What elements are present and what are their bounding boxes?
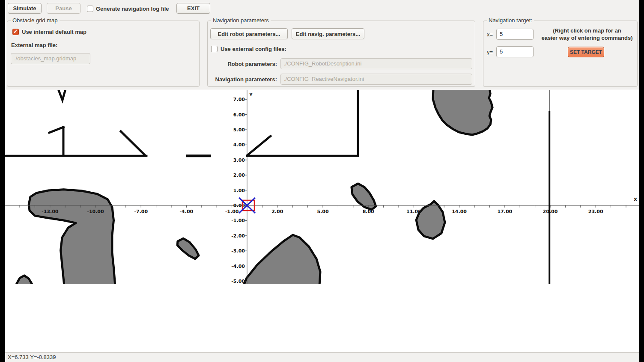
simulate-button[interactable]: Simulate xyxy=(8,3,42,14)
wall-room xyxy=(247,90,358,156)
generate-log-label: Generate navigation log file xyxy=(96,6,169,12)
obstacle-grid-map-panel: Obstacle grid map Use internal default m… xyxy=(7,21,200,87)
robot-parameters-field: ./CONFIG_RobotDescription.ini xyxy=(280,58,472,69)
wall-v-top xyxy=(58,90,65,100)
edit-navig-parameters-button[interactable]: Edit navig. parameters... xyxy=(292,28,364,39)
robot-parameters-label: Robot parameters: xyxy=(208,61,277,67)
y-tick-label: 1.00 xyxy=(233,188,245,193)
nav-panel-title: Navigation parameters xyxy=(211,17,271,24)
y-tick-label: 3.00 xyxy=(233,157,245,163)
y-tick-label: -3.00 xyxy=(231,248,245,254)
y-tick-label: 7.00 xyxy=(233,97,245,102)
use-internal-map-checkbox[interactable] xyxy=(12,29,19,35)
y-tick-label: 6.00 xyxy=(233,112,245,118)
x-tick-label: -4.00 xyxy=(180,209,194,214)
x-tick-label: 11.00 xyxy=(406,209,421,214)
y-tick-label: 0.00 xyxy=(233,203,245,208)
y-tick-label: 4.00 xyxy=(233,142,245,148)
use-internal-map-label: Use internal default map xyxy=(22,29,86,35)
y-tick-label: -2.00 xyxy=(231,233,245,239)
y-tick-label: -5.00 xyxy=(231,279,245,284)
external-map-file-field: ./obstacles_map.gridmap xyxy=(11,53,90,64)
x-axis-letter: X xyxy=(634,197,638,202)
navigation-parameters-label: Navigation parameters: xyxy=(208,76,277,83)
target-x-input[interactable]: 5 xyxy=(496,29,534,40)
right-click-hint: (Right click on map for an easier way of… xyxy=(538,27,636,42)
wall-room-diagonal xyxy=(247,136,271,155)
external-map-file-label: External map file: xyxy=(11,42,57,48)
use-external-config-label: Use external config files: xyxy=(221,46,286,52)
right-click-hint-line2: easier way of entering commands) xyxy=(538,34,636,42)
edit-robot-parameters-button[interactable]: Edit robot parameters... xyxy=(210,28,288,39)
blob-top-right xyxy=(433,90,492,135)
blob-banana-right xyxy=(352,184,376,210)
map-canvas[interactable]: -13.00-10.00-7.00-4.00-1.002.005.008.001… xyxy=(5,90,639,284)
navigation-parameters-panel: Navigation parameters Edit robot paramet… xyxy=(207,21,475,87)
x-tick-label: 5.00 xyxy=(317,209,328,214)
blob-center-triangle xyxy=(243,235,320,284)
y-axis-letter: Y xyxy=(249,92,253,98)
pause-button: Pause xyxy=(47,3,80,14)
use-external-config-checkbox[interactable] xyxy=(211,46,218,52)
navigation-parameters-field: ./CONFIG_ReactiveNavigator.ini xyxy=(280,74,472,85)
x-tick-label: -13.00 xyxy=(42,209,59,214)
blob-right-pentagon xyxy=(416,201,445,239)
map-plot-area[interactable]: -13.00-10.00-7.00-4.00-1.002.005.008.001… xyxy=(5,90,639,284)
generate-log-checkbox[interactable] xyxy=(87,6,93,12)
app-window: Simulate Pause Generate navigation log f… xyxy=(5,0,639,362)
x-tick-label: 23.00 xyxy=(588,209,603,214)
right-click-hint-line1: (Right click on map for an xyxy=(538,27,636,34)
target-panel-title: Navigation target: xyxy=(487,17,534,24)
exit-button[interactable]: EXIT xyxy=(176,3,210,14)
x-tick-label: 8.00 xyxy=(363,209,374,214)
blob-bottom-left-small xyxy=(15,276,33,284)
lower-empty-pane xyxy=(5,284,639,353)
y-tick-label: 2.00 xyxy=(233,172,245,178)
target-y-label: y= xyxy=(487,49,493,55)
target-x-label: x= xyxy=(487,31,493,38)
x-tick-label: 14.00 xyxy=(452,209,467,214)
y-tick-label: -4.00 xyxy=(231,264,245,269)
y-tick-label: -1.00 xyxy=(231,218,245,223)
target-y-input[interactable]: 5 xyxy=(496,46,534,57)
x-tick-label: 2.00 xyxy=(271,209,283,214)
blob-left-large xyxy=(29,190,115,284)
y-tick-label: 5.00 xyxy=(233,127,245,133)
navigation-target-panel: Navigation target: x= 5 y= 5 (Right clic… xyxy=(483,21,638,87)
wall-left-diagonal xyxy=(121,131,145,155)
obstacle-panel-title: Obstacle grid map xyxy=(11,17,60,24)
x-tick-label: -10.00 xyxy=(87,209,104,214)
status-bar: X=6.733 Y=-0.8339 xyxy=(5,353,639,362)
set-target-button[interactable]: SET TARGET xyxy=(568,47,604,57)
x-tick-label: -1.00 xyxy=(225,209,239,214)
cursor-coordinates: X=6.733 Y=-0.8339 xyxy=(8,354,56,360)
x-tick-label: 17.00 xyxy=(497,209,512,214)
x-tick-label: -7.00 xyxy=(134,209,148,214)
wall-left-small-diagonal xyxy=(49,127,63,133)
blob-banana-left xyxy=(177,238,199,259)
